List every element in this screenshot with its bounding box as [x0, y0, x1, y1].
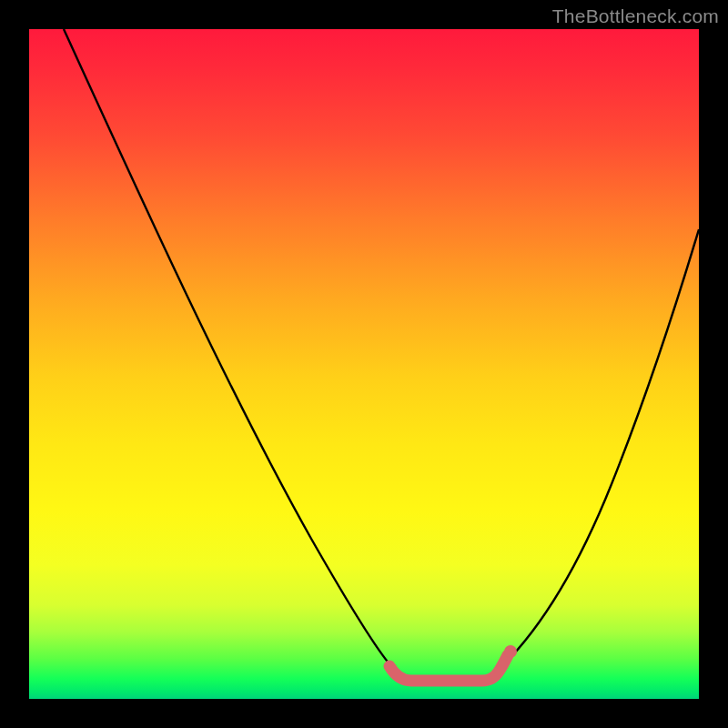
- optimal-zone-highlight: [389, 655, 508, 681]
- plot-area: [29, 29, 699, 699]
- curve-right-limb: [502, 229, 699, 666]
- chart-frame: TheBottleneck.com: [0, 0, 728, 728]
- watermark-text: TheBottleneck.com: [552, 5, 719, 27]
- optimal-zone-end-dot: [504, 645, 517, 658]
- bottleneck-curve: [29, 29, 699, 699]
- curve-left-limb: [64, 29, 391, 666]
